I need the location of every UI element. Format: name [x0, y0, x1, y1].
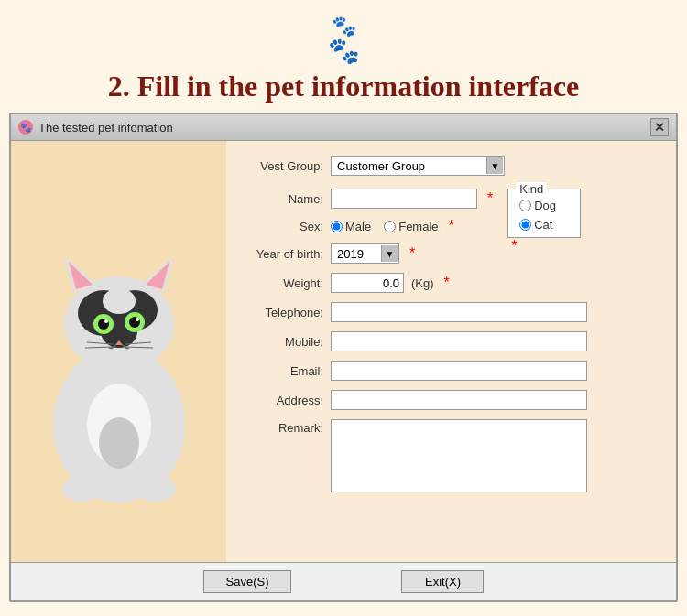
save-button[interactable]: Save(S) — [203, 570, 292, 593]
year-label: Year of birth: — [241, 247, 323, 261]
vest-group-select[interactable]: Customer Group Group A Group B — [331, 156, 505, 176]
svg-point-21 — [62, 476, 103, 502]
address-row: Address: — [241, 390, 658, 410]
paw-small-icon: 🐾 — [332, 16, 356, 37]
sex-radio-group: Male Female — [331, 220, 439, 233]
year-required: * — [409, 245, 415, 262]
telephone-input[interactable] — [331, 302, 587, 322]
window-body: Vest Group: Customer Group Group A Group… — [11, 141, 676, 562]
sex-female-radio[interactable] — [384, 221, 396, 232]
window-title-left: 🐾 The tested pet infomation — [18, 120, 173, 135]
kind-dog-label[interactable]: Dog — [519, 199, 569, 212]
weight-required: * — [444, 275, 450, 291]
email-label: Email: — [241, 364, 323, 378]
email-row: Email: — [241, 361, 658, 381]
remark-textarea[interactable] — [331, 419, 587, 492]
svg-point-22 — [136, 476, 176, 502]
window-titlebar: 🐾 The tested pet infomation ✕ — [11, 114, 676, 141]
window-close-button[interactable]: ✕ — [650, 118, 669, 136]
kind-section: Kind Dog Cat * — [507, 189, 581, 254]
page-title: 2. Fill in the pet information interface — [0, 70, 687, 103]
kind-legend: Kind — [516, 182, 547, 196]
year-row: Year of birth: 2015 2016 2017 2018 2019 … — [241, 243, 493, 264]
sex-male-radio[interactable] — [331, 221, 343, 232]
kind-cat-label[interactable]: Cat — [519, 218, 569, 232]
sex-male-label[interactable]: Male — [331, 220, 371, 233]
name-label: Name: — [241, 192, 323, 206]
email-input[interactable] — [331, 361, 587, 381]
sex-row: Sex: Male Female * — [241, 218, 493, 234]
exit-button[interactable]: Exit(X) — [401, 570, 484, 593]
name-row: Name: * — [241, 189, 493, 209]
name-required: * — [487, 190, 493, 207]
vest-group-dropdown-container: Customer Group Group A Group B ▼ — [331, 156, 505, 176]
sex-label: Sex: — [241, 220, 323, 233]
kind-options: Dog Cat — [519, 199, 569, 232]
name-sex-year-weight-col: Name: * Sex: Male Female — [241, 189, 493, 293]
kind-cat-radio[interactable] — [519, 219, 531, 231]
address-label: Address: — [241, 394, 323, 407]
cat-illustration — [32, 187, 206, 516]
paw-large-icon: 🐾 — [328, 38, 360, 64]
address-input[interactable] — [331, 390, 587, 410]
window-app-icon: 🐾 — [18, 120, 33, 135]
vest-group-label: Vest Group: — [241, 159, 323, 173]
vest-group-row: Vest Group: Customer Group Group A Group… — [241, 156, 658, 176]
kind-group-box: Kind Dog Cat — [507, 189, 581, 238]
telephone-label: Telephone: — [241, 306, 323, 319]
paw-decoration: 🐾 🐾 — [0, 16, 687, 64]
mobile-input[interactable] — [331, 331, 587, 351]
weight-label: Weight: — [241, 276, 323, 290]
svg-point-24 — [99, 417, 139, 469]
kind-required: * — [511, 238, 517, 254]
weight-row: Weight: (Kg) * — [241, 273, 493, 293]
name-input[interactable] — [331, 189, 477, 209]
cat-panel — [11, 141, 226, 562]
page-header: 🐾 🐾 2. Fill in the pet information inter… — [0, 0, 687, 113]
kg-unit-label: (Kg) — [411, 276, 434, 290]
weight-input[interactable] — [331, 273, 404, 293]
telephone-row: Telephone: — [241, 302, 658, 322]
year-select-container: 2015 2016 2017 2018 2019 2020 2021 2022 … — [331, 243, 399, 264]
sex-female-label[interactable]: Female — [384, 220, 438, 233]
sex-required: * — [449, 218, 454, 234]
main-window: 🐾 The tested pet infomation ✕ — [9, 113, 678, 602]
name-kind-row: Name: * Sex: Male Female — [241, 189, 658, 293]
kind-dog-radio[interactable] — [519, 200, 531, 211]
year-select[interactable]: 2015 2016 2017 2018 2019 2020 2021 2022 … — [331, 243, 399, 264]
remark-row: Remark: — [241, 419, 658, 492]
window-footer: Save(S) Exit(X) — [11, 562, 676, 600]
form-panel: Vest Group: Customer Group Group A Group… — [226, 141, 676, 562]
remark-label: Remark: — [241, 421, 323, 435]
mobile-row: Mobile: — [241, 331, 658, 351]
svg-point-9 — [103, 288, 136, 314]
svg-point-14 — [104, 319, 108, 323]
window-title-text: The tested pet infomation — [38, 121, 173, 135]
svg-point-15 — [136, 318, 139, 321]
mobile-label: Mobile: — [241, 335, 323, 349]
